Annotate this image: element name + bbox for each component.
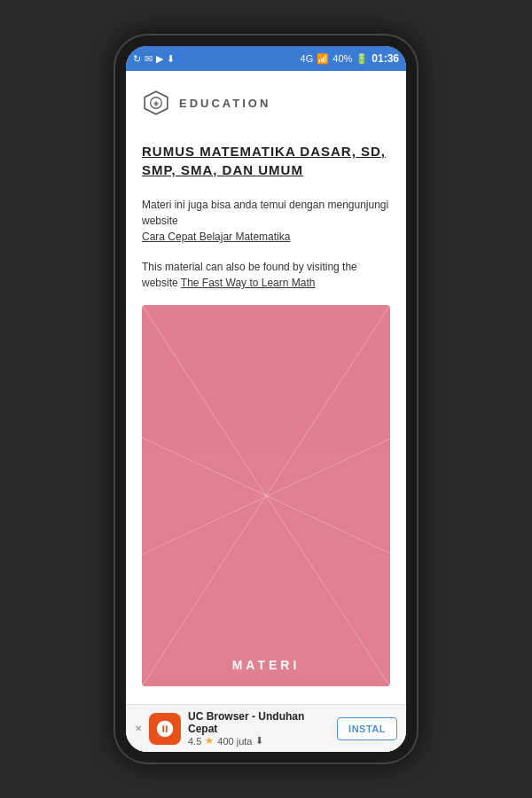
web-content: ◈ EDUCATION RUMUS MATEMATIKA DASAR, SD, …: [126, 71, 406, 704]
link-en[interactable]: The Fast Way to Learn Math: [181, 277, 316, 289]
ad-install-button[interactable]: INSTAL: [337, 717, 397, 740]
ad-close-icon[interactable]: ✕: [135, 724, 142, 733]
ad-rating: 4.5: [188, 736, 201, 747]
decoration-line-2: [142, 422, 390, 571]
phone-frame: ↻ ✉ ▶ ⬇ 4G 📶 40% 🔋 01:36: [115, 35, 417, 763]
ad-text: UC Browser - Unduhan Cepat 4.5 ★ 400 jut…: [188, 710, 330, 747]
description-en: This material can also be found by visit…: [142, 259, 390, 291]
card-envelope-svg: [142, 305, 390, 686]
status-bar: ↻ ✉ ▶ ⬇ 4G 📶 40% 🔋 01:36: [126, 46, 406, 71]
link-id[interactable]: Cara Cepat Belajar Matematika: [142, 231, 290, 243]
ad-title: UC Browser - Unduhan Cepat: [188, 710, 330, 735]
network-type: 4G: [301, 53, 314, 64]
status-icons-right: 4G 📶 40% 🔋 01:36: [301, 52, 399, 65]
status-icons-left: ↻ ✉ ▶ ⬇: [133, 53, 175, 65]
description-id: Materi ini juga bisa anda temui dengan m…: [142, 197, 390, 245]
ad-banner[interactable]: ✕ UC Browser - Unduhan Cepat 4.5 ★ 400 j…: [126, 704, 406, 752]
uc-browser-icon: [155, 719, 175, 739]
clock: 01:36: [372, 52, 399, 65]
battery-percent: 40%: [332, 53, 352, 64]
svg-line-3: [142, 305, 390, 686]
download-icon: ⬇: [167, 53, 175, 65]
phone-screen: ↻ ✉ ▶ ⬇ 4G 📶 40% 🔋 01:36: [126, 46, 406, 752]
star-icon: ★: [205, 735, 214, 747]
logo-text: EDUCATION: [179, 97, 270, 110]
message-icon: ✉: [145, 53, 153, 65]
education-logo-icon: ◈: [142, 89, 170, 117]
svg-text:◈: ◈: [153, 99, 160, 107]
materi-label: MATERI: [232, 658, 301, 672]
ad-subtitle: 4.5 ★ 400 juta ⬇: [188, 735, 330, 747]
sync-icon: ↻: [133, 53, 141, 65]
download-icon: ⬇: [255, 735, 263, 747]
materi-card[interactable]: MATERI: [142, 305, 390, 686]
ad-app-icon: [149, 713, 181, 745]
battery-icon: 🔋: [356, 53, 368, 65]
logo-area: ◈ EDUCATION: [142, 89, 390, 117]
content-area: ◈ EDUCATION RUMUS MATEMATIKA DASAR, SD, …: [126, 71, 406, 752]
svg-line-4: [142, 305, 390, 686]
ad-downloads: 400 juta: [217, 736, 252, 747]
page-title: RUMUS MATEMATIKA DASAR, SD, SMP, SMA, DA…: [142, 142, 390, 179]
description-id-text: Materi ini juga bisa anda temui dengan m…: [142, 199, 388, 227]
play-icon: ▶: [156, 53, 163, 65]
decoration-line-1: [142, 422, 390, 571]
network-icon: 📶: [317, 53, 329, 65]
